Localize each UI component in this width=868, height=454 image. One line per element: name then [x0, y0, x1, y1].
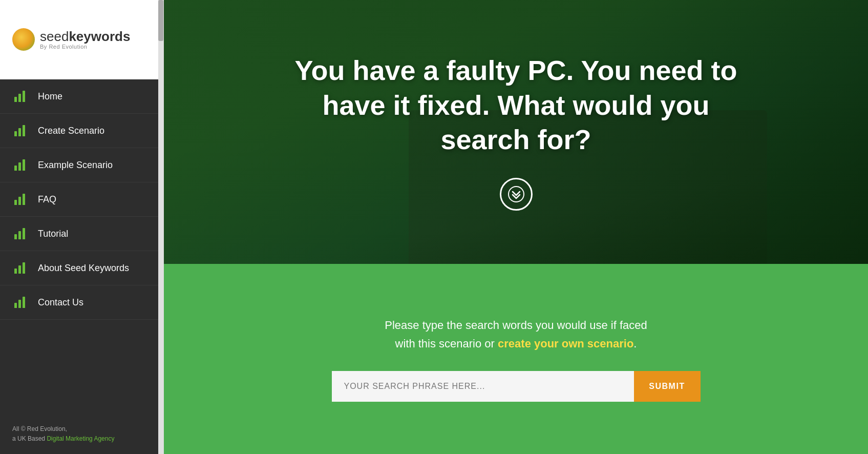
sidebar: seedkeywords By Red Evolution Home Creat… [0, 0, 164, 454]
contact-icon [14, 297, 29, 308]
tutorial-icon [14, 228, 29, 239]
footer-link[interactable]: Digital Marketing Agency [47, 435, 114, 442]
svg-point-0 [509, 187, 524, 202]
logo-plain: seed [40, 29, 69, 44]
create-scenario-link[interactable]: create your own scenario [498, 337, 633, 350]
sidebar-item-contact[interactable]: Contact Us [0, 285, 163, 320]
search-input[interactable] [332, 371, 634, 402]
scroll-down-button[interactable] [500, 178, 533, 211]
logo-icon [12, 28, 35, 51]
sidebar-footer: All © Red Evolution, a UK Based Digital … [0, 416, 163, 454]
scroll-thumb[interactable] [158, 0, 163, 41]
search-section: Please type the search words you would u… [164, 264, 868, 454]
footer-line1: All © Red Evolution, [12, 425, 67, 432]
logo-sub: By Red Evolution [40, 44, 130, 50]
logo-brand: seedkeywords [40, 29, 130, 44]
main-nav: Home Create Scenario Example Scenario FA… [0, 79, 163, 416]
submit-button[interactable]: SUBMIT [634, 371, 701, 402]
search-description: Please type the search words you would u… [385, 316, 647, 352]
home-icon [14, 91, 29, 102]
sidebar-item-about[interactable]: About Seed Keywords [0, 251, 163, 285]
hero-headline: You have a faulty PC. You need to have i… [291, 53, 742, 157]
faq-icon [14, 194, 29, 205]
about-icon [14, 262, 29, 274]
logo-area: seedkeywords By Red Evolution [0, 0, 163, 79]
scrollbar[interactable] [158, 0, 163, 454]
example-scenario-icon [14, 159, 29, 171]
footer-line2: a UK Based [12, 435, 47, 442]
logo-text: seedkeywords By Red Evolution [40, 29, 130, 50]
sidebar-item-home[interactable]: Home [0, 79, 163, 114]
search-row: SUBMIT [332, 371, 701, 402]
sidebar-item-tutorial[interactable]: Tutorial [0, 217, 163, 251]
sidebar-item-faq[interactable]: FAQ [0, 182, 163, 217]
logo-bold: keywords [69, 29, 130, 44]
sidebar-item-example-scenario[interactable]: Example Scenario [0, 148, 163, 182]
chevron-double-down-icon [508, 186, 524, 202]
main-content: You have a faulty PC. You need to have i… [164, 0, 868, 454]
hero-section: You have a faulty PC. You need to have i… [164, 0, 868, 264]
hero-text-block: You have a faulty PC. You need to have i… [260, 53, 772, 211]
create-scenario-icon [14, 125, 29, 136]
sidebar-item-create-scenario[interactable]: Create Scenario [0, 114, 163, 148]
